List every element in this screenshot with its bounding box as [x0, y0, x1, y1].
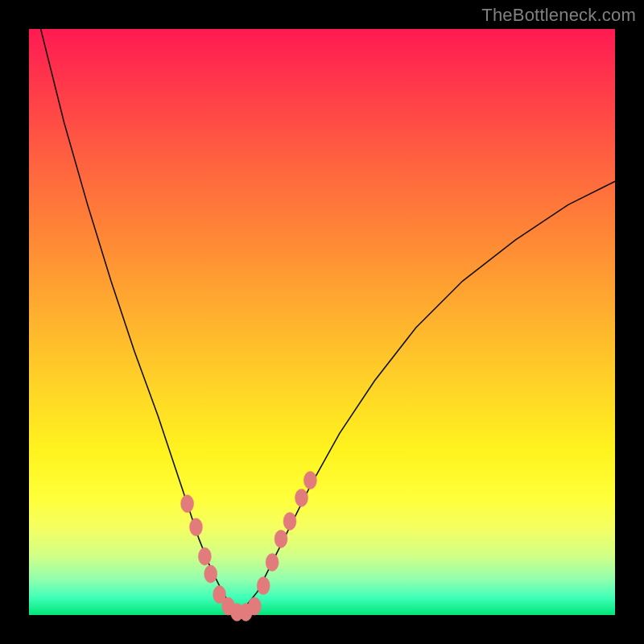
- marker-dot: [275, 530, 287, 547]
- curve-layer: [29, 29, 615, 615]
- marker-dot: [266, 554, 279, 572]
- curve-left-arm: [41, 29, 237, 612]
- chart-stage: TheBottleneck.com: [0, 0, 644, 644]
- marker-dot: [295, 489, 308, 506]
- marker-dot: [181, 495, 194, 513]
- bottleneck-curve: [41, 29, 615, 612]
- marker-dot: [190, 518, 203, 536]
- curve-right-arm: [237, 181, 615, 612]
- marker-dot: [303, 472, 316, 489]
- marker-dot: [248, 597, 261, 615]
- marker-dot: [198, 547, 211, 565]
- marker-dot: [283, 513, 296, 530]
- marker-dot: [257, 577, 270, 595]
- watermark-text: TheBottleneck.com: [481, 5, 636, 26]
- plot-area: [29, 29, 615, 615]
- marker-dot: [204, 565, 217, 583]
